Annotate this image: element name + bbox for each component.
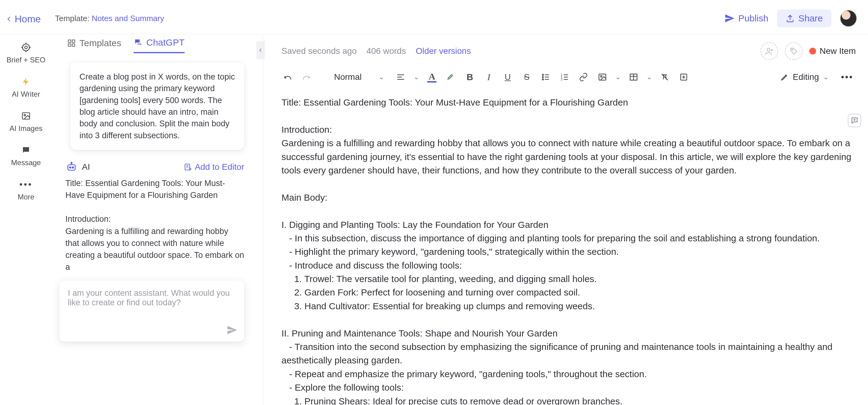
add-comment-button[interactable] bbox=[848, 114, 861, 127]
status-pill[interactable]: New Item bbox=[809, 46, 856, 56]
avatar[interactable] bbox=[840, 10, 857, 27]
user-plus-icon bbox=[765, 47, 774, 55]
comment-plus-icon bbox=[850, 117, 859, 124]
text-color-icon: A bbox=[427, 72, 436, 83]
status-dot-icon bbox=[809, 48, 816, 54]
highlight-button[interactable] bbox=[445, 71, 457, 83]
align-button[interactable] bbox=[395, 71, 407, 83]
svg-rect-9 bbox=[68, 40, 71, 42]
svg-point-17 bbox=[71, 163, 72, 164]
meta-left: Saved seconds ago 406 words Older versio… bbox=[281, 46, 471, 56]
app-body: Brief + SEO AI Writer AI Images Message … bbox=[0, 34, 868, 405]
document-body[interactable]: Title: Essential Gardening Tools: Your M… bbox=[281, 96, 856, 405]
assistant-placeholder: I am your content assistant. What would … bbox=[68, 288, 230, 307]
user-prompt-text: Create a blog post in X words, on the to… bbox=[80, 72, 235, 140]
template-line: Template: Notes and Summary bbox=[55, 14, 164, 23]
add-to-editor-button[interactable]: Add to Editor bbox=[184, 162, 244, 172]
underline-button[interactable]: U bbox=[501, 71, 514, 83]
target-icon bbox=[20, 41, 32, 53]
link-icon bbox=[579, 73, 588, 82]
editing-mode-select[interactable]: Editing ⌄ bbox=[778, 70, 832, 84]
svg-point-28 bbox=[542, 74, 544, 76]
publish-button[interactable]: Publish bbox=[724, 13, 768, 24]
assistant-input[interactable]: I am your content assistant. What would … bbox=[59, 281, 244, 342]
grid-icon bbox=[67, 39, 76, 48]
image-insert-button[interactable] bbox=[596, 71, 609, 83]
style-label: Normal bbox=[334, 72, 362, 82]
chevron-down-icon: ⌄ bbox=[823, 73, 829, 81]
table-icon bbox=[629, 73, 638, 82]
side-panel: Templates ChatGPT Create a blog post in … bbox=[52, 34, 263, 405]
svg-text:3: 3 bbox=[561, 78, 563, 81]
chat-bubbles-icon bbox=[133, 38, 143, 47]
paragraph-style-select[interactable]: Normal ⌄ bbox=[331, 72, 388, 82]
image-icon bbox=[20, 110, 32, 122]
left-rail: Brief + SEO AI Writer AI Images Message … bbox=[0, 34, 52, 405]
rail-brief-seo[interactable]: Brief + SEO bbox=[6, 41, 45, 64]
word-count: 406 words bbox=[367, 46, 406, 56]
topbar-right: Publish Share bbox=[724, 9, 857, 27]
insert-block-button[interactable] bbox=[678, 71, 690, 83]
older-versions-link[interactable]: Older versions bbox=[416, 46, 471, 56]
ai-label-group: AI bbox=[65, 161, 90, 173]
toolbar-more-button[interactable]: ••• bbox=[838, 72, 856, 82]
svg-point-21 bbox=[767, 48, 770, 51]
italic-button[interactable]: I bbox=[483, 71, 495, 83]
send-icon[interactable] bbox=[226, 324, 238, 336]
add-collaborator-button[interactable] bbox=[761, 42, 778, 60]
template-name[interactable]: Notes and Summary bbox=[92, 14, 164, 23]
text-color-button[interactable]: A bbox=[426, 71, 438, 83]
undo-icon bbox=[283, 72, 292, 82]
svg-point-24 bbox=[792, 49, 793, 50]
publish-label: Publish bbox=[738, 13, 768, 24]
numbered-list-icon: 123 bbox=[560, 73, 569, 82]
bullet-list-button[interactable] bbox=[539, 71, 552, 83]
rail-ai-writer[interactable]: AI Writer bbox=[12, 76, 40, 98]
rail-message[interactable]: Message bbox=[11, 144, 41, 167]
image-icon bbox=[598, 73, 607, 82]
table-button[interactable] bbox=[627, 71, 640, 83]
rail-message-label: Message bbox=[11, 158, 41, 167]
add-to-editor-label: Add to Editor bbox=[195, 162, 244, 172]
chevron-down-icon: ⌄ bbox=[379, 73, 384, 81]
ai-response-header: AI Add to Editor bbox=[65, 161, 244, 173]
add-tag-button[interactable] bbox=[785, 42, 803, 60]
strike-button[interactable]: S bbox=[521, 71, 533, 83]
pencil-icon bbox=[781, 73, 788, 81]
template-prefix: Template: bbox=[55, 14, 92, 23]
rail-brief-label: Brief + SEO bbox=[6, 56, 45, 64]
rail-images-label: AI Images bbox=[9, 124, 42, 133]
svg-point-8 bbox=[24, 114, 25, 116]
svg-point-30 bbox=[542, 77, 544, 78]
align-dropdown[interactable]: ⌄ bbox=[413, 73, 419, 81]
bold-button[interactable]: B bbox=[464, 71, 476, 83]
svg-point-14 bbox=[69, 167, 71, 168]
editor-area: Saved seconds ago 406 words Older versio… bbox=[263, 34, 868, 405]
table-dropdown[interactable]: ⌄ bbox=[646, 73, 652, 81]
numbered-list-button[interactable]: 123 bbox=[558, 71, 570, 83]
ai-response-text: Title: Essential Gardening Tools: Your M… bbox=[65, 177, 244, 273]
highlight-icon bbox=[446, 73, 455, 82]
redo-button[interactable] bbox=[301, 71, 313, 83]
rail-more[interactable]: ••• More bbox=[18, 179, 34, 201]
svg-rect-12 bbox=[72, 44, 74, 46]
send-icon bbox=[724, 13, 735, 24]
meta-row: Saved seconds ago 406 words Older versio… bbox=[281, 42, 856, 60]
ai-label: AI bbox=[82, 162, 90, 172]
tab-templates[interactable]: Templates bbox=[67, 38, 121, 53]
chat-icon bbox=[20, 144, 32, 156]
home-label: Home bbox=[15, 13, 41, 25]
svg-rect-7 bbox=[22, 113, 30, 119]
topbar: Home Template: Notes and Summary Publish… bbox=[0, 0, 868, 34]
svg-rect-11 bbox=[68, 44, 71, 46]
undo-button[interactable] bbox=[281, 71, 294, 83]
svg-point-32 bbox=[542, 79, 544, 80]
svg-point-15 bbox=[72, 167, 74, 168]
link-button[interactable] bbox=[577, 71, 590, 83]
share-button[interactable]: Share bbox=[777, 9, 831, 27]
clear-format-button[interactable] bbox=[659, 71, 671, 83]
tab-chatgpt[interactable]: ChatGPT bbox=[133, 37, 185, 53]
image-dropdown[interactable]: ⌄ bbox=[615, 73, 621, 81]
rail-writer-label: AI Writer bbox=[12, 90, 40, 98]
rail-ai-images[interactable]: AI Images bbox=[9, 110, 42, 133]
